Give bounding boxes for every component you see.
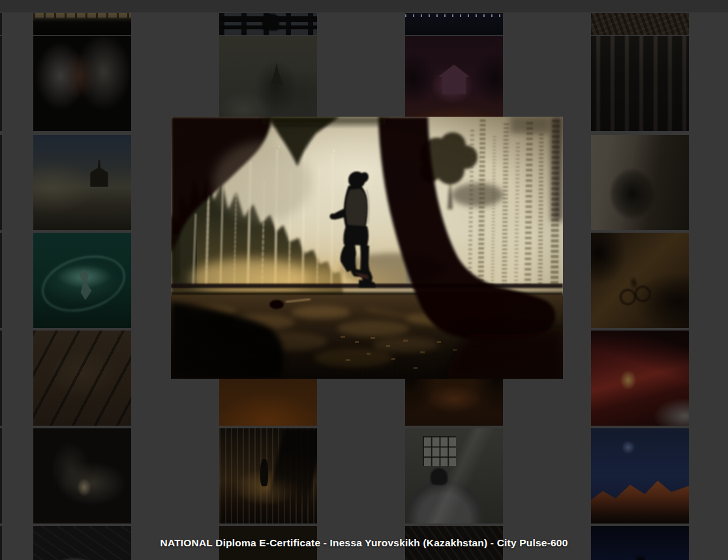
thumbnail-red-car-lantern[interactable] [591,331,689,426]
thumbnail-edge-sliver-2[interactable] [0,135,2,230]
thumbnail-woman-bed-lantern[interactable] [33,428,131,523]
thumbnail-neon-light-trail-swimmer[interactable] [33,233,131,328]
top-bar [0,0,728,12]
thumbnail-foggy-hill-church[interactable] [33,135,131,230]
thumbnail-dark-tree-curtain[interactable] [591,36,689,131]
thumbnail-river-night-lights[interactable] [405,13,503,35]
thumbnail-white-shirts-couple[interactable] [33,36,131,131]
thumbnail-edge-sliver-0[interactable] [0,13,2,35]
thumbnail-edge-sliver-1[interactable] [0,36,2,131]
thumbnail-cyclist-shadow-road[interactable] [591,233,689,328]
thumbnail-edge-sliver-5[interactable] [0,428,2,523]
thumbnail-rock-cave-texture[interactable] [591,13,689,35]
thumbnail-edge-sliver-4[interactable] [0,331,2,426]
thumbnail-beach-panorama-edge[interactable] [33,13,131,35]
thumbnail-fountain-runner-thumbnail[interactable] [219,428,317,523]
thumbnail-bridge-figure-night[interactable] [219,13,317,35]
fountain-runner-photo [171,117,563,379]
thumbnail-night-mountains-moon[interactable] [591,428,689,523]
thumbnail-industrial-wheel-figure[interactable] [405,428,503,523]
thumbnail-aerial-beach-boats[interactable] [33,331,131,426]
thumbnail-edge-sliver-3[interactable] [0,233,2,328]
thumbnail-wall-plant-shadow[interactable] [591,135,689,230]
lightbox-image[interactable] [171,117,563,379]
lightbox-caption: NATIONAL Diploma E-Certificate - Inessa … [0,536,728,550]
